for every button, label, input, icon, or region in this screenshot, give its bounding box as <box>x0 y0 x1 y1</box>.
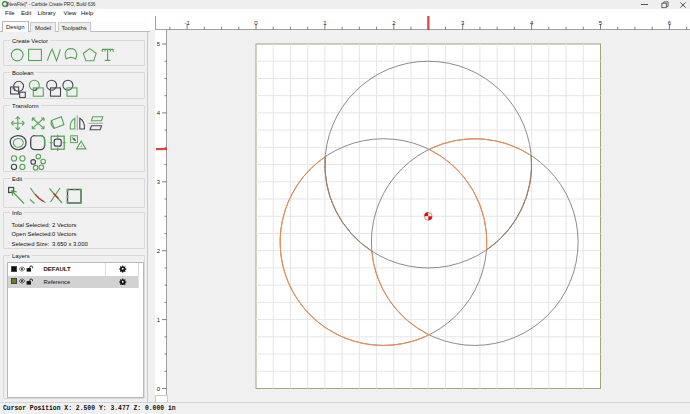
svg-text:4: 4 <box>530 20 534 26</box>
svg-text:5: 5 <box>599 20 603 26</box>
svg-text:1: 1 <box>157 317 161 323</box>
svg-text:-1: -1 <box>184 20 190 26</box>
svg-text:2: 2 <box>157 248 161 254</box>
svg-text:0: 0 <box>254 20 258 26</box>
svg-text:3: 3 <box>461 20 465 26</box>
svg-text:2: 2 <box>392 20 396 26</box>
svg-text:5: 5 <box>157 41 161 47</box>
svg-text:1: 1 <box>323 20 327 26</box>
svg-text:4: 4 <box>157 110 161 116</box>
svg-text:6: 6 <box>668 20 672 26</box>
svg-text:3: 3 <box>157 179 161 185</box>
svg-text:0: 0 <box>157 386 161 392</box>
